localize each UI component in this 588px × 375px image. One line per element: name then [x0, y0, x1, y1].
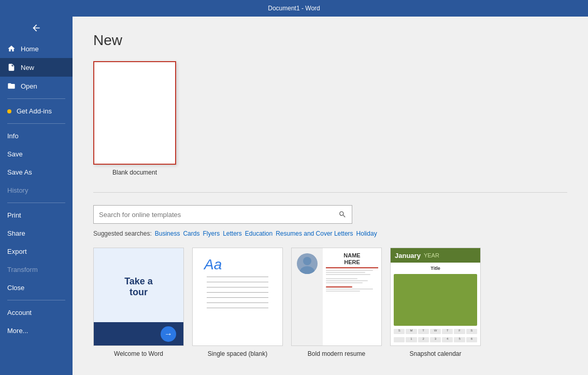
cal-cell: 3: [430, 337, 441, 342]
template-label-resume: Bold modern resume: [291, 350, 382, 357]
suggested-resumes[interactable]: Resumes and Cover Letters: [276, 230, 353, 237]
resume-text-3: [326, 274, 370, 275]
sidebar-item-home[interactable]: Home: [0, 39, 73, 58]
calendar-header: January YEAR: [391, 248, 480, 263]
resume-text-5: [326, 280, 368, 281]
spaced-line-1: [207, 277, 268, 277]
sidebar-item-save[interactable]: Save: [0, 145, 73, 163]
calendar-sub-title: Title: [394, 266, 477, 271]
resume-text-1: [326, 270, 373, 271]
calendar-body: Title S M T W T F S: [391, 263, 480, 345]
suggested-holiday[interactable]: Holiday: [356, 230, 377, 237]
sidebar-divider-3: [7, 203, 65, 203]
suggested-flyers[interactable]: Flyers: [203, 230, 220, 237]
cal-cell: 2: [418, 337, 429, 342]
sidebar-item-open[interactable]: Open: [0, 77, 73, 95]
cal-cell: 1: [406, 337, 417, 342]
blank-document-thumbnail: [93, 61, 176, 165]
template-label-spaced: Single spaced (blank): [192, 350, 283, 357]
cal-cell: S: [466, 329, 477, 334]
welcome-arrow-icon: →: [161, 326, 176, 342]
cal-cell: [394, 337, 405, 342]
resume-left: [292, 248, 323, 345]
templates-section-blank: Blank document: [93, 61, 567, 177]
template-bold-resume[interactable]: NAMEHERE: [291, 248, 382, 357]
page-title: New: [93, 32, 567, 49]
resume-text-7: [326, 289, 373, 290]
sidebar-divider-4: [7, 300, 65, 300]
template-snapshot-calendar[interactable]: January YEAR Title S M T W: [390, 248, 481, 357]
sidebar-item-share[interactable]: Share: [0, 224, 73, 242]
calendar-row-1: S M T W T F S: [394, 329, 477, 334]
suggested-label: Suggested searches:: [93, 230, 152, 237]
title-bar-text: Document1 - Word: [268, 5, 320, 12]
search-bar: [93, 205, 352, 224]
sidebar-item-history: History: [0, 181, 73, 199]
template-thumb-welcome: Take a tour →: [93, 248, 184, 346]
suggested-business[interactable]: Business: [155, 230, 180, 237]
sidebar-item-save-as[interactable]: Save As: [0, 163, 73, 181]
cal-cell: T: [442, 329, 453, 334]
svg-point-0: [303, 257, 311, 265]
spaced-line-6: [207, 302, 268, 303]
sidebar-divider-1: [7, 98, 65, 99]
sidebar-item-print[interactable]: Print: [0, 206, 73, 224]
calendar-card-content: January YEAR Title S M T W: [391, 248, 480, 345]
sidebar-item-info[interactable]: Info: [0, 127, 73, 145]
back-button[interactable]: [0, 17, 73, 39]
template-welcome-to-word[interactable]: Take a tour → Welcome to Word: [93, 248, 184, 357]
main-content: New Blank document Suggested searches: B…: [73, 17, 588, 375]
spaced-card-content: Aa: [193, 248, 282, 345]
template-thumb-calendar: January YEAR Title S M T W: [390, 248, 481, 346]
resume-text-6: [326, 282, 363, 283]
cal-cell: T: [418, 329, 429, 334]
cal-cell: M: [406, 329, 417, 334]
calendar-row-2: 1 2 3 4 5 6: [394, 337, 477, 342]
cal-cell: 6: [466, 337, 477, 342]
title-bar: Document1 - Word: [0, 0, 588, 17]
sidebar-item-get-add-ins[interactable]: Get Add-ins: [0, 102, 73, 120]
welcome-card-bottom: →: [94, 322, 183, 345]
calendar-year: YEAR: [424, 252, 439, 258]
resume-card-content: NAMEHERE: [292, 248, 381, 345]
template-label-calendar: Snapshot calendar: [390, 350, 481, 357]
blank-document-button[interactable]: Blank document: [93, 61, 176, 176]
sidebar: Home New Open Get Add-ins Info Save Sav: [0, 17, 73, 375]
sidebar-item-more[interactable]: More...: [0, 322, 73, 340]
template-thumb-resume: NAMEHERE: [291, 248, 382, 346]
search-section: Suggested searches: Business Cards Flyer…: [93, 192, 567, 357]
search-icon[interactable]: [338, 210, 347, 219]
sidebar-item-export[interactable]: Export: [0, 242, 73, 261]
spaced-aa: Aa: [204, 256, 222, 273]
cal-cell: W: [430, 329, 441, 334]
search-input[interactable]: [99, 211, 338, 219]
sidebar-item-close[interactable]: Close: [0, 279, 73, 297]
calendar-month: January: [395, 252, 421, 259]
spaced-line-3: [207, 287, 268, 287]
resume-right: NAMEHERE: [323, 248, 381, 345]
cal-cell: F: [454, 329, 465, 334]
calendar-image: [394, 274, 477, 326]
sidebar-item-account[interactable]: Account: [0, 304, 73, 322]
add-ins-badge: [7, 109, 11, 113]
resume-divider: [326, 267, 378, 268]
suggested-letters[interactable]: Letters: [223, 230, 242, 237]
template-cards-row: Take a tour → Welcome to Word Aa: [93, 248, 567, 357]
spaced-line-5: [207, 297, 268, 298]
suggested-cards[interactable]: Cards: [183, 230, 199, 237]
welcome-card-text: Take a tour: [116, 276, 161, 298]
cal-cell: S: [394, 329, 405, 334]
sidebar-divider-2: [7, 123, 65, 124]
spaced-line-4: [207, 292, 268, 293]
welcome-tour-title: Take a tour: [116, 276, 161, 298]
resume-accent-bar: [326, 286, 352, 287]
template-thumb-spaced: Aa: [192, 248, 283, 346]
welcome-card-content: Take a tour →: [94, 248, 183, 345]
cal-cell: 5: [454, 337, 465, 342]
sidebar-item-transform: Transform: [0, 261, 73, 279]
sidebar-item-new[interactable]: New: [0, 58, 73, 77]
resume-name: NAMEHERE: [326, 252, 378, 266]
suggested-education[interactable]: Education: [245, 230, 273, 237]
resume-text-4: [326, 278, 357, 279]
template-single-spaced[interactable]: Aa Single spaced (blank): [192, 248, 283, 357]
